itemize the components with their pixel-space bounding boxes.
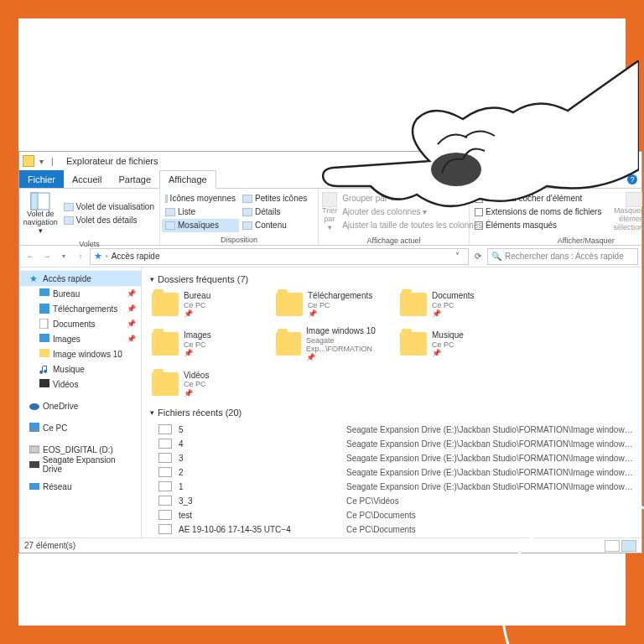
help-button[interactable]: ? xyxy=(623,170,641,188)
tab-share[interactable]: Partage xyxy=(110,170,159,188)
recent-file-row[interactable]: 2 Seagate Expansion Drive (E:)\Jackban S… xyxy=(150,465,633,480)
breadcrumb[interactable]: Accès rapide xyxy=(112,252,160,261)
folder-name: Téléchargements xyxy=(308,291,372,301)
file-name: 5 xyxy=(179,425,346,434)
layout-content[interactable]: Contenu xyxy=(239,219,316,232)
folder-icon xyxy=(39,349,49,359)
recent-file-row[interactable]: 1 Seagate Expansion Drive (E:)\Jackban S… xyxy=(150,480,633,494)
search-input[interactable]: 🔍 Rechercher dans : Accès rapide xyxy=(487,248,638,265)
address-dropdown-icon[interactable]: ˅ xyxy=(449,252,465,261)
navigation-pane-button[interactable]: Volet de navigation ▾ xyxy=(21,190,60,237)
folder-icon xyxy=(400,293,427,316)
hidden-items-toggle[interactable]: Éléments masqués xyxy=(471,219,605,232)
folder-name: Vidéos xyxy=(184,371,209,381)
sort-by-button[interactable]: Trier par ▾ xyxy=(320,190,339,234)
svg-rect-13 xyxy=(39,379,49,387)
breadcrumb-chevron-icon[interactable]: › xyxy=(106,252,108,260)
tab-home[interactable]: Accueil xyxy=(64,170,110,188)
layout-details[interactable]: Détails xyxy=(239,205,316,219)
refresh-button[interactable]: ⟳ xyxy=(470,252,486,261)
folder-location: Ce PC xyxy=(308,301,372,309)
tiles-icon xyxy=(165,221,175,230)
folder-tile[interactable]: Images Ce PC 📌 xyxy=(150,325,274,364)
tree-quick-access[interactable]: ★Accès rapide xyxy=(19,271,141,286)
tree-desktop[interactable]: Bureau📌 xyxy=(19,286,141,301)
layout-list[interactable]: Liste xyxy=(162,205,239,219)
layout-medium-icons[interactable]: Icônes moyennes xyxy=(162,192,239,205)
search-icon: 🔍 xyxy=(491,252,501,261)
tree-documents[interactable]: Documents📌 xyxy=(19,316,141,331)
folder-tile[interactable]: Musique Ce PC 📌 xyxy=(398,325,522,364)
network-icon xyxy=(29,481,39,491)
folder-tile[interactable]: Bureau Ce PC 📌 xyxy=(150,289,274,319)
folder-location: Ce PC xyxy=(184,340,211,349)
folder-name: Musique xyxy=(432,330,464,340)
tree-videos[interactable]: Vidéos xyxy=(19,377,141,392)
tree-downloads[interactable]: Téléchargements📌 xyxy=(19,301,141,316)
tab-view[interactable]: Affichage xyxy=(159,170,216,189)
folder-tile[interactable]: Image windows 10 Seagate Exp...\FORMATIO… xyxy=(274,325,398,364)
navigation-pane-icon xyxy=(30,192,50,210)
details-pane-button[interactable]: Volet des détails xyxy=(60,214,158,227)
address-bar[interactable]: ★ › Accès rapide ˅ xyxy=(90,248,469,265)
pin-icon: 📌 xyxy=(308,309,372,318)
preview-pane-button[interactable]: Volet de visualisation xyxy=(60,200,158,214)
layout-small-icons[interactable]: Petites icônes xyxy=(239,192,316,205)
file-icon xyxy=(158,496,172,506)
brand-logo: JS xyxy=(476,510,644,644)
tree-seagate[interactable]: Seagate Expansion Drive xyxy=(19,457,141,472)
tab-file[interactable]: Fichier xyxy=(19,170,64,188)
videos-icon xyxy=(39,379,49,389)
content-icon xyxy=(242,221,252,230)
frequent-folders-header[interactable]: ▾Dossiers fréquents (7) xyxy=(150,274,633,284)
folder-location: Ce PC xyxy=(184,301,210,309)
recent-file-row[interactable]: 4 Seagate Expansion Drive (E:)\Jackban S… xyxy=(150,437,633,451)
folder-location: Seagate Exp...\FORMATION xyxy=(306,336,397,354)
maximize-button[interactable]: □ xyxy=(581,152,610,170)
details-icon xyxy=(242,208,252,216)
preview-pane-icon xyxy=(64,203,74,211)
recent-file-row[interactable]: 3 Seagate Expansion Drive (E:)\Jackban S… xyxy=(150,451,633,465)
file-path: Seagate Expansion Drive (E:)\Jackban Stu… xyxy=(346,454,633,463)
tree-network[interactable]: Réseau xyxy=(19,479,141,494)
sort-icon xyxy=(322,192,337,207)
svg-text:JS: JS xyxy=(576,577,599,598)
pin-icon: 📌 xyxy=(127,319,136,328)
close-button[interactable]: ✕ xyxy=(610,152,638,170)
qat-dropdown-icon[interactable]: ▾ xyxy=(39,157,48,166)
folder-location: Ce PC xyxy=(184,380,209,388)
recent-file-row[interactable]: 5 Seagate Expansion Drive (E:)\Jackban S… xyxy=(150,423,633,437)
tree-pictures[interactable]: Images📌 xyxy=(19,331,141,346)
checkbox-icon xyxy=(475,195,483,203)
recent-file-row[interactable]: 3_3 Ce PC\Vidéos xyxy=(150,494,633,508)
drive-icon xyxy=(29,460,39,470)
tree-this-pc[interactable]: Ce PC xyxy=(19,420,141,435)
item-checkboxes-toggle[interactable]: Cases à cocher d'élément xyxy=(471,192,605,205)
tree-music[interactable]: Musique xyxy=(19,361,141,377)
tree-image-win10[interactable]: Image windows 10 xyxy=(19,346,141,361)
group-by-button[interactable]: Grouper par ▾ xyxy=(339,192,486,205)
file-icon xyxy=(158,453,172,463)
folder-tile[interactable]: Vidéos Ce PC 📌 xyxy=(150,369,274,399)
minimize-button[interactable]: — xyxy=(553,152,581,170)
folder-tile[interactable]: Téléchargements Ce PC 📌 xyxy=(274,289,398,319)
folder-tile[interactable]: Documents Ce PC 📌 xyxy=(398,289,522,319)
add-columns-button[interactable]: Ajouter des colonnes ▾ xyxy=(339,205,486,219)
ribbon: Volet de navigation ▾ Volet de visualisa… xyxy=(19,189,641,246)
pin-icon: 📌 xyxy=(432,309,475,318)
pin-icon: 📌 xyxy=(127,289,136,298)
file-extensions-toggle[interactable]: Extensions de noms de fichiers xyxy=(471,205,605,219)
hide-selected-button[interactable]: Masquer les éléments sélectionnés xyxy=(605,190,644,234)
content-pane: ▾Dossiers fréquents (7) Bureau Ce PC 📌 T… xyxy=(142,267,641,538)
layout-tiles[interactable]: Mosaïques xyxy=(162,219,239,232)
documents-icon xyxy=(39,319,49,329)
back-button[interactable]: ← xyxy=(23,249,38,264)
nav-row: ← → ▾ ↑ ★ › Accès rapide ˅ ⟳ 🔍 Recherche… xyxy=(19,246,641,267)
up-button[interactable]: ↑ xyxy=(73,249,88,264)
search-placeholder: Rechercher dans : Accès rapide xyxy=(505,252,624,261)
size-columns-button[interactable]: Ajuster la taille de toutes les colonnes xyxy=(339,219,486,232)
recent-locations-button[interactable]: ▾ xyxy=(56,249,71,264)
tree-onedrive[interactable]: OneDrive xyxy=(19,398,141,413)
recent-files-header[interactable]: ▾Fichiers récents (20) xyxy=(150,408,633,418)
forward-button[interactable]: → xyxy=(39,249,55,264)
